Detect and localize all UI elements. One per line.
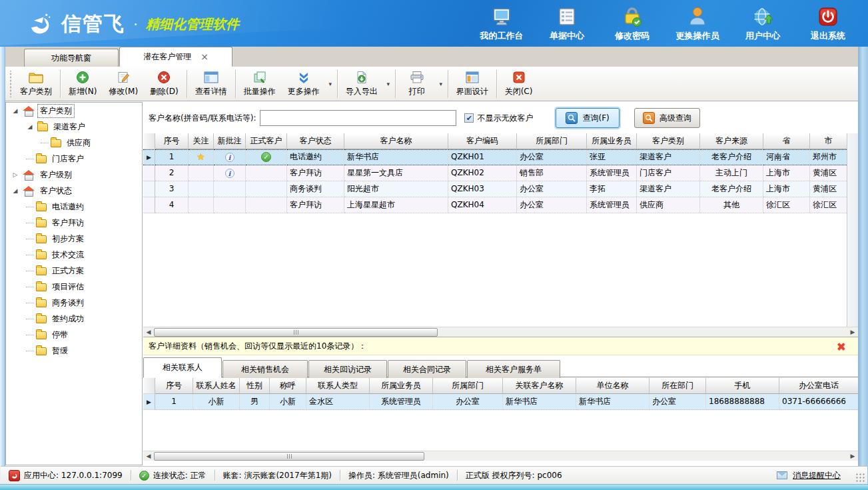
nav-change-password[interactable]: 修改密码 — [604, 5, 660, 42]
column-header[interactable]: 市 — [810, 133, 847, 149]
toolbar-grip[interactable] — [7, 71, 14, 97]
tab-close-icon[interactable]: × — [201, 52, 209, 61]
column-header[interactable]: 联系人姓名 — [193, 378, 240, 394]
toolbar-ui-design-button[interactable]: 界面设计 — [450, 68, 494, 99]
table-row[interactable]: 4 客户拜访 上海星星超市 QZKH04 办公室 系统管理员 供应商 其他 徐汇… — [143, 197, 847, 213]
column-header[interactable]: 称呼 — [270, 378, 306, 394]
tree-item-signed-success[interactable]: 签约成功 — [6, 311, 142, 327]
column-header[interactable]: 所属部门 — [433, 378, 503, 394]
column-header[interactable]: 关注 — [189, 133, 214, 149]
grid-vertical-scrollbar[interactable] — [847, 133, 858, 327]
tab-potential-customer-management[interactable]: 潜在客户管理 × — [119, 47, 232, 67]
column-header[interactable]: 所属部门 — [517, 133, 587, 149]
tree-item-phone-invite[interactable]: 电话邀约 — [6, 199, 142, 215]
scroll-left-icon[interactable]: ◀ — [143, 453, 154, 459]
toolbar-customer-category-button[interactable]: 客户类别 — [14, 68, 58, 99]
column-header[interactable]: 正式客户 — [246, 133, 287, 149]
toolbar-view-details-button[interactable]: 查看详情 — [189, 68, 233, 99]
grid-horizontal-scrollbar[interactable]: ◀ ▶ — [143, 327, 858, 337]
detail-tab-sales-opportunities[interactable]: 相关销售机会 — [222, 360, 308, 378]
scrollbar-thumb[interactable] — [154, 328, 438, 337]
table-row[interactable]: 3 商务谈判 阳光超市 QZKH03 办公室 李拓 渠道客户 老客户介绍 上海市… — [143, 181, 847, 197]
column-header[interactable]: 省 — [763, 133, 810, 149]
tree-connector — [26, 207, 34, 207]
detail-tab-contacts[interactable]: 相关联系人 — [143, 357, 222, 378]
tree-item-technical-exchange[interactable]: 技术交流 — [6, 247, 142, 263]
tree-item-store-customer[interactable]: 门店客户 — [6, 151, 142, 167]
tree-item-customer-category[interactable]: ◢ 客户类别 — [6, 103, 142, 119]
tree-item-customer-level[interactable]: ▷ 客户级别 — [6, 167, 142, 183]
column-header[interactable]: 新批注 — [214, 133, 246, 149]
scroll-right-icon[interactable]: ▶ — [847, 453, 858, 459]
message-center-link[interactable]: 消息提醒中心 — [769, 470, 849, 481]
advanced-query-button[interactable]: 高级查询 — [634, 108, 700, 128]
toolbar-import-export-button[interactable]: 导入导出 — [340, 68, 384, 99]
column-header[interactable]: 手机 — [706, 378, 779, 394]
hide-invalid-checkbox-wrap[interactable]: ✔ 不显示无效客户 — [464, 113, 533, 124]
tree-item-customer-visit[interactable]: 客户拜访 — [6, 215, 142, 231]
import-export-dropdown-icon[interactable]: ▾ — [384, 67, 393, 101]
nav-switch-operator[interactable]: 更换操作员 — [669, 5, 725, 42]
column-header[interactable]: 性别 — [240, 378, 270, 394]
toolbar-batch-operation-button[interactable]: 批量操作 — [238, 68, 282, 99]
column-header[interactable]: 客户类别 — [637, 133, 700, 149]
detail-tab-visit-records[interactable]: 相关回访记录 — [308, 360, 387, 378]
tree-item-formal-plan[interactable]: 正式方案 — [6, 263, 142, 279]
column-header[interactable]: 客户编码 — [448, 133, 517, 149]
nav-exit-system[interactable]: 退出系统 — [800, 5, 856, 42]
contacts-row-selected[interactable]: ▶ 1 小新 男 小新 金水区 系统管理员 办公室 新华书店 新华书店 办公室 … — [143, 394, 858, 410]
note-info-icon[interactable]: i — [225, 153, 234, 162]
table-row[interactable]: 2 i 客户拜访 星星第一文具店 QZKH02 销售部 系统管理员 门店客户 主… — [143, 165, 847, 181]
table-row-selected[interactable]: ▶ 1 ★ i ✓ 电话邀约 新华书店 QZKH01 办公室 张亚 渠道客户 老… — [143, 149, 847, 165]
column-header[interactable]: 客户名称 — [344, 133, 448, 149]
toolbar-print-button[interactable]: 打印 — [398, 68, 436, 99]
detail-close-icon[interactable]: ✖ — [837, 340, 846, 353]
column-header[interactable]: 序号 — [155, 378, 193, 394]
toolbar-add-button[interactable]: 新增(N) — [63, 68, 103, 99]
tree-item-stalled[interactable]: 停带 — [6, 327, 142, 343]
column-header[interactable]: 所属业务员 — [587, 133, 637, 149]
tree-item-customer-status[interactable]: ◢ 客户状态 — [6, 183, 142, 199]
tree-item-channel-customer[interactable]: ◢ 渠道客户 — [6, 119, 142, 135]
expander-expanded-icon[interactable]: ◢ — [26, 123, 34, 130]
nav-document-center[interactable]: 单据中心 — [539, 5, 595, 42]
column-header[interactable]: 关联客户名称 — [503, 378, 576, 394]
expander-collapsed-icon[interactable]: ▷ — [11, 171, 19, 178]
column-header[interactable]: 所属业务员 — [370, 378, 433, 394]
column-header[interactable]: 所在部门 — [650, 378, 706, 394]
scroll-right-icon[interactable]: ▶ — [847, 329, 858, 335]
expander-expanded-icon[interactable]: ◢ — [11, 187, 19, 194]
toolbar-close-button[interactable]: 关闭(C) — [499, 68, 539, 99]
print-dropdown-icon[interactable]: ▾ — [436, 67, 446, 101]
column-header[interactable]: 办公室电话 — [779, 378, 858, 394]
query-button[interactable]: 查询(F) — [556, 108, 619, 128]
customer-name-input[interactable] — [260, 110, 456, 126]
toolbar-delete-button[interactable]: 删除(D) — [144, 68, 185, 99]
toolbar-edit-button[interactable]: 修改(M) — [103, 68, 144, 99]
scroll-left-icon[interactable]: ◀ — [143, 329, 154, 335]
tree-item-project-evaluation[interactable]: 项目评估 — [6, 279, 142, 295]
column-header[interactable]: 序号 — [155, 133, 189, 149]
star-icon[interactable]: ★ — [197, 151, 205, 162]
column-header[interactable]: 单位名称 — [576, 378, 650, 394]
column-header[interactable]: 客户状态 — [287, 133, 344, 149]
nav-user-center[interactable]: 用户中心 — [735, 5, 791, 42]
expander-expanded-icon[interactable]: ◢ — [11, 107, 19, 114]
more-actions-dropdown-icon[interactable]: ▾ — [326, 67, 335, 101]
checkbox-checked-icon[interactable]: ✔ — [464, 113, 474, 123]
detail-tab-service-orders[interactable]: 相关客户服务单 — [467, 360, 560, 378]
detail-tab-contract-records[interactable]: 相关合同记录 — [388, 360, 466, 378]
tree-item-postponed[interactable]: 暂缓 — [6, 343, 142, 359]
tree-item-business-negotiation[interactable]: 商务谈判 — [6, 295, 142, 311]
note-info-icon[interactable]: i — [225, 169, 234, 178]
tree-item-supplier[interactable]: 供应商 — [6, 135, 142, 151]
contacts-horizontal-scrollbar[interactable]: ◀ ▶ — [143, 451, 858, 461]
toolbar-more-actions-button[interactable]: 更多操作 — [282, 68, 326, 99]
column-header[interactable]: 联系人类型 — [306, 378, 370, 394]
resize-grip[interactable] — [855, 473, 865, 482]
column-header[interactable]: 客户来源 — [700, 133, 763, 149]
scrollbar-thumb[interactable] — [154, 452, 424, 461]
tree-item-initial-plan[interactable]: 初步方案 — [6, 231, 142, 247]
tab-function-navigator[interactable]: 功能导航窗 — [24, 49, 119, 67]
nav-my-workbench[interactable]: 我的工作台 — [474, 5, 530, 42]
